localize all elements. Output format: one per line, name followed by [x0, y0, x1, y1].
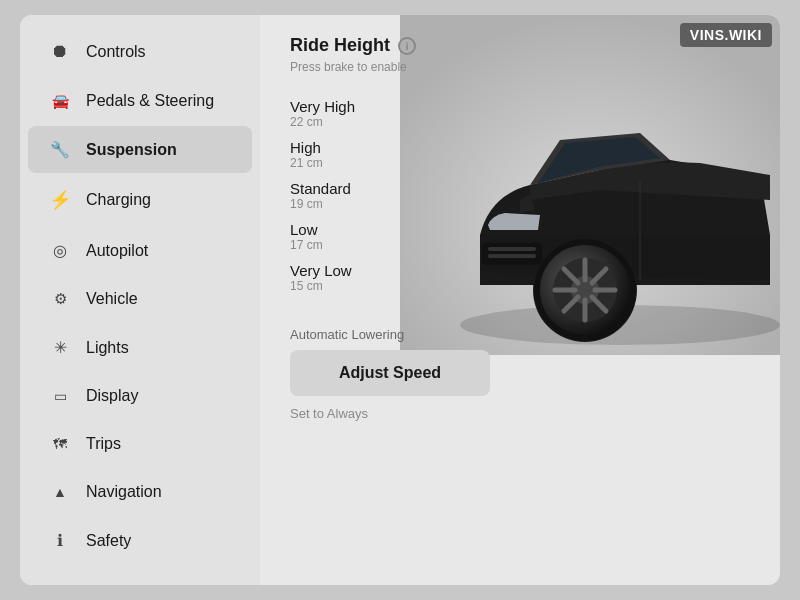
- sidebar-label-charging: Charging: [86, 191, 151, 209]
- sidebar-item-controls[interactable]: ⏺ Controls: [28, 27, 252, 76]
- sidebar-item-autopilot[interactable]: ◎ Autopilot: [28, 227, 252, 274]
- automatic-lowering-section: Automatic Lowering Adjust Speed Set to A…: [290, 327, 750, 421]
- sidebar-item-suspension[interactable]: 🔧 Suspension: [28, 126, 252, 173]
- sidebar-label-display: Display: [86, 387, 138, 405]
- very-low-value: 15 cm: [290, 279, 750, 293]
- sidebar-item-display[interactable]: ▭ Display: [28, 373, 252, 419]
- low-label: Low: [290, 221, 750, 238]
- sidebar-item-navigation[interactable]: ▲ Navigation: [28, 469, 252, 515]
- ride-height-subtitle: Press brake to enable: [290, 60, 750, 74]
- sidebar-item-charging[interactable]: ⚡ Charging: [28, 175, 252, 225]
- sidebar-item-safety[interactable]: ℹ Safety: [28, 517, 252, 564]
- ride-height-title: Ride Height: [290, 35, 390, 56]
- high-value: 21 cm: [290, 156, 750, 170]
- sidebar-label-suspension: Suspension: [86, 141, 177, 159]
- very-high-value: 22 cm: [290, 115, 750, 129]
- automatic-lowering-label: Automatic Lowering: [290, 327, 750, 342]
- autopilot-icon: ◎: [48, 241, 72, 260]
- display-icon: ▭: [48, 388, 72, 404]
- sidebar-item-trips[interactable]: 🗺 Trips: [28, 421, 252, 467]
- safety-icon: ℹ: [48, 531, 72, 550]
- pedals-icon: 🚘: [48, 93, 72, 109]
- ride-option-standard[interactable]: Standard 19 cm: [290, 176, 750, 215]
- very-high-label: Very High: [290, 98, 750, 115]
- sidebar-label-lights: Lights: [86, 339, 129, 357]
- sidebar-label-navigation: Navigation: [86, 483, 162, 501]
- suspension-icon: 🔧: [48, 140, 72, 159]
- info-icon[interactable]: i: [398, 37, 416, 55]
- sidebar-label-pedals: Pedals & Steering: [86, 92, 214, 110]
- adjust-speed-button[interactable]: Adjust Speed: [290, 350, 490, 396]
- vehicle-icon: ⚙: [48, 290, 72, 308]
- sidebar-label-autopilot: Autopilot: [86, 242, 148, 260]
- standard-label: Standard: [290, 180, 750, 197]
- ride-option-high[interactable]: High 21 cm: [290, 135, 750, 174]
- lights-icon: ✳: [48, 338, 72, 357]
- controls-icon: ⏺: [48, 41, 72, 62]
- trips-icon: 🗺: [48, 436, 72, 452]
- standard-value: 19 cm: [290, 197, 750, 211]
- ride-height-panel: Ride Height i Press brake to enable Very…: [260, 15, 780, 585]
- navigation-icon: ▲: [48, 484, 72, 500]
- sidebar-label-controls: Controls: [86, 43, 146, 61]
- high-label: High: [290, 139, 750, 156]
- low-value: 17 cm: [290, 238, 750, 252]
- sidebar-label-vehicle: Vehicle: [86, 290, 138, 308]
- sidebar-label-trips: Trips: [86, 435, 121, 453]
- sidebar-item-pedals-steering[interactable]: 🚘 Pedals & Steering: [28, 78, 252, 124]
- charging-icon: ⚡: [48, 189, 72, 211]
- sidebar-item-vehicle[interactable]: ⚙ Vehicle: [28, 276, 252, 322]
- ride-option-low[interactable]: Low 17 cm: [290, 217, 750, 256]
- ride-option-very-high[interactable]: Very High 22 cm: [290, 94, 750, 133]
- sidebar: ⏺ Controls 🚘 Pedals & Steering 🔧 Suspens…: [20, 15, 260, 585]
- very-low-label: Very Low: [290, 262, 750, 279]
- watermark: VINS.WIKI: [680, 23, 772, 47]
- ride-options-list: Very High 22 cm High 21 cm Standard 19 c…: [290, 94, 750, 297]
- ride-option-very-low[interactable]: Very Low 15 cm: [290, 258, 750, 297]
- set-to-label: Set to Always: [290, 406, 750, 421]
- sidebar-item-lights[interactable]: ✳ Lights: [28, 324, 252, 371]
- sidebar-label-safety: Safety: [86, 532, 131, 550]
- main-content: Ride Height i Press brake to enable Very…: [260, 15, 780, 585]
